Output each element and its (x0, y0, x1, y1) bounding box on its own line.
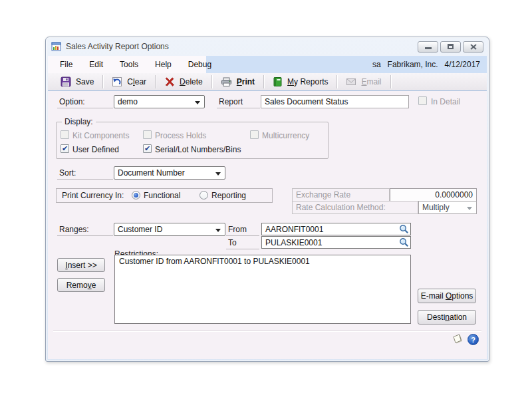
rate-method-value: Multiply (422, 203, 450, 212)
client-area: Option: demo Report Sales Document Statu… (48, 91, 487, 359)
session-user: sa (372, 60, 381, 69)
restriction-item[interactable]: Customer ID from AARONFIT0001 to PULASKI… (119, 257, 406, 266)
close-button[interactable] (463, 41, 483, 53)
report-value: Sales Document Status (265, 97, 348, 106)
report-label: Report (217, 97, 260, 108)
chevron-down-icon (467, 207, 472, 210)
from-value: AARONFIT0001 (265, 225, 323, 234)
help-icon: ? (467, 334, 479, 345)
menu-item-edit[interactable]: Edit (89, 60, 103, 69)
reporting-radio[interactable] (200, 191, 208, 200)
session-company[interactable]: Fabrikam, Inc. (388, 60, 438, 69)
print-currency-label: Print Currency In: (62, 191, 124, 200)
session-info: sa Fabrikam, Inc. 4/12/2017 (372, 56, 480, 73)
toolbar-separator (263, 75, 264, 88)
help-button[interactable]: ? (467, 334, 479, 345)
in-detail-checkbox (418, 96, 427, 105)
destination-label: Destination (427, 313, 467, 322)
chevron-down-icon (215, 229, 221, 232)
rate-method-combobox: Multiply (418, 201, 477, 214)
email-options-label: E-mail Options (421, 291, 473, 301)
print-label: Print (237, 77, 255, 86)
restore-icon (448, 44, 454, 49)
menu-strip: File Edit Tools Help Debug (48, 56, 206, 73)
functional-label: Functional (144, 191, 180, 200)
option-label: Option: (57, 97, 113, 108)
functional-radio[interactable] (132, 191, 140, 200)
minimize-icon (425, 47, 432, 49)
clear-label: Clear (127, 77, 146, 86)
save-icon (61, 76, 71, 87)
note-icon (451, 332, 464, 346)
note-button[interactable] (451, 332, 464, 348)
user-defined-checkbox[interactable]: ✔ (61, 144, 69, 153)
titlebar[interactable]: Sales Activity Report Options (46, 37, 489, 56)
in-detail-label: In Detail (431, 97, 460, 106)
email-button: Email (338, 74, 388, 89)
reporting-label: Reporting (211, 191, 246, 200)
session-date[interactable]: 4/12/2017 (445, 60, 480, 69)
print-currency-groupbox: Print Currency In: Functional Reporting (56, 188, 273, 203)
destination-button[interactable]: Destination (418, 310, 476, 325)
email-icon (346, 77, 356, 86)
clear-button[interactable]: Clear (104, 74, 154, 89)
chevron-down-icon (195, 101, 200, 104)
window: Sales Activity Report Options File Edit … (45, 37, 489, 362)
menu-item-help[interactable]: Help (155, 60, 172, 69)
insert-button[interactable]: Insert >> (57, 258, 105, 272)
to-lookup-button[interactable] (398, 237, 410, 247)
toolbar-separator (336, 75, 337, 88)
undo-icon (112, 76, 122, 87)
print-button[interactable]: Print (213, 74, 262, 89)
email-label: Email (361, 77, 381, 86)
footer-divider (53, 331, 481, 331)
sort-combobox[interactable]: Document Number (114, 166, 225, 180)
remove-button[interactable]: Remove (57, 278, 105, 292)
remove-label: Remove (66, 281, 96, 290)
serial-lot-label: Serial/Lot Numbers/Bins (155, 145, 241, 154)
kit-components-label: Kit Components (72, 131, 129, 140)
toolbar-separator (211, 75, 212, 88)
ranges-combobox[interactable]: Customer ID (114, 223, 225, 236)
from-label: From (226, 225, 259, 236)
email-options-button[interactable]: E-mail Options (418, 289, 476, 303)
multicurrency-label: Multicurrency (262, 131, 309, 140)
magnifier-icon (399, 237, 409, 247)
my-reports-icon (273, 76, 283, 87)
maximize-button[interactable] (440, 41, 461, 53)
toolbar-separator (102, 75, 103, 88)
check-icon: ✔ (144, 145, 150, 152)
minimize-button[interactable] (418, 41, 438, 53)
menu-item-file[interactable]: File (60, 60, 72, 69)
menu-item-debug[interactable]: Debug (188, 60, 211, 69)
option-combobox[interactable]: demo (114, 95, 205, 108)
restrictions-listbox[interactable]: Customer ID from AARONFIT0001 to PULASKI… (114, 255, 411, 324)
serial-lot-checkbox[interactable]: ✔ (143, 144, 152, 153)
print-icon (221, 76, 232, 87)
insert-label: Insert >> (65, 261, 96, 270)
to-field[interactable]: PULASKIE0001 (261, 236, 411, 249)
from-lookup-button[interactable] (398, 224, 410, 234)
user-defined-label: User Defined (72, 145, 119, 154)
delete-button[interactable]: Delete (157, 74, 210, 89)
chevron-down-icon (215, 172, 221, 176)
toolbar-separator (390, 75, 391, 88)
sort-value: Document Number (118, 168, 185, 178)
save-button[interactable]: Save (53, 74, 101, 89)
window-title: Sales Activity Report Options (66, 42, 169, 51)
to-label: To (226, 238, 259, 249)
save-label: Save (76, 77, 94, 86)
check-icon: ✔ (62, 145, 68, 152)
ranges-label: Ranges: (57, 225, 113, 236)
process-holds-label: Process Holds (155, 131, 206, 140)
my-reports-button[interactable]: My Reports (265, 74, 335, 89)
close-icon (470, 44, 477, 50)
from-field[interactable]: AARONFIT0001 (261, 223, 411, 235)
display-group-title: Display: (62, 117, 96, 126)
exchange-rate-field: 0.0000000 (390, 188, 477, 201)
delete-icon (164, 76, 175, 87)
exchange-rate-label: Exchange Rate (292, 188, 390, 201)
menu-item-tools[interactable]: Tools (120, 60, 138, 69)
menubar: File Edit Tools Help Debug sa Fabrikam, … (48, 56, 487, 73)
toolbar-separator (155, 75, 156, 88)
